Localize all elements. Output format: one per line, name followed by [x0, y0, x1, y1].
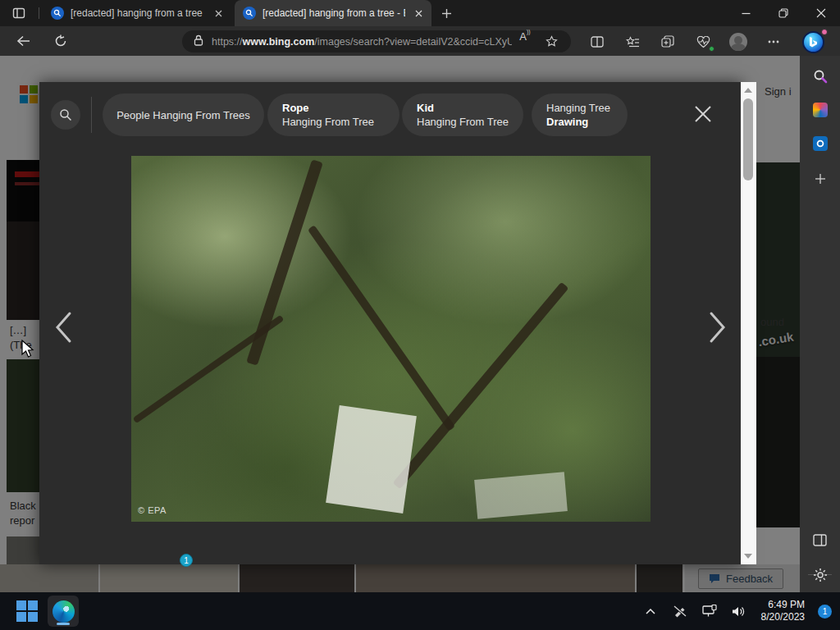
settings-more-icon[interactable] [760, 30, 787, 53]
windows-logo-icon [16, 600, 38, 622]
back-icon[interactable] [10, 30, 36, 52]
pen-disabled-icon[interactable] [669, 600, 691, 622]
speaker-icon[interactable] [728, 600, 750, 622]
related-search-pill-4[interactable]: Hanging Tree Drawing [532, 94, 628, 136]
tab-title: [redacted] hanging from a tree - Bi [262, 7, 405, 19]
previous-image-chevron[interactable] [53, 311, 73, 347]
bing-search-favicon [51, 7, 64, 20]
sidebar-m365-icon[interactable] [810, 99, 830, 120]
tray-chevron-up-icon[interactable] [640, 600, 661, 622]
collections-icon[interactable] [655, 30, 681, 53]
clock-date: 8/20/2023 [761, 611, 805, 623]
divider [91, 97, 92, 133]
clock-time: 6:49 PM [761, 599, 805, 611]
photo-credit: © EPA [138, 505, 167, 515]
refresh-icon[interactable] [48, 30, 74, 52]
mouse-cursor [21, 340, 34, 363]
sidebar-search-icon[interactable] [810, 66, 830, 86]
toolbar-actions [584, 30, 827, 54]
result-count-badge: 1 [180, 554, 193, 567]
edge-logo-icon [52, 600, 75, 623]
scrollbar-thumb[interactable] [743, 98, 753, 180]
scroll-down-icon[interactable] [744, 554, 752, 559]
windows-taskbar: 6:49 PM 8/20/2023 1 [0, 592, 840, 630]
related-search-pill-2[interactable]: Rope Hanging From Tree [267, 94, 399, 136]
profile-notification-dot [821, 29, 828, 35]
minimize-button[interactable] [727, 0, 765, 26]
edge-sidebar [800, 56, 840, 592]
tab-divider [39, 7, 39, 19]
next-image-chevron[interactable] [708, 311, 728, 347]
tab-close-icon[interactable] [212, 7, 225, 20]
tab-close-icon[interactable] [412, 7, 425, 20]
start-button[interactable] [11, 596, 43, 627]
image-detail-overlay: People Hanging From Trees Rope Hanging F… [39, 82, 742, 564]
taskbar-clock[interactable]: 6:49 PM 8/20/2023 [761, 599, 805, 623]
close-window-button[interactable] [802, 0, 840, 26]
read-aloud-icon[interactable]: A)) [512, 30, 538, 53]
notification-count-badge[interactable]: 1 [818, 605, 832, 619]
related-search-pill-1[interactable]: People Hanging From Trees [103, 94, 264, 136]
lock-icon[interactable] [194, 34, 203, 49]
address-bar[interactable]: https://www.bing.com/images/search?view=… [182, 30, 571, 52]
tab-title: [redacted] hanging from a tree - Se [71, 7, 205, 19]
split-screen-icon[interactable] [584, 30, 610, 53]
system-tray: 6:49 PM 8/20/2023 1 [640, 599, 840, 623]
search-icon[interactable] [51, 100, 80, 130]
bing-search-favicon [243, 7, 256, 20]
related-search-pill-3[interactable]: Kid Hanging From Tree [402, 94, 523, 136]
vertical-tabs-icon[interactable] [8, 4, 30, 22]
restore-button[interactable] [765, 0, 802, 26]
page-scrollbar[interactable] [741, 82, 756, 564]
sidebar-panel-icon[interactable] [810, 530, 830, 550]
detail-photo-placeholder[interactable]: © EPA [131, 156, 651, 522]
browser-tab-2-active[interactable]: [redacted] hanging from a tree - Bi [235, 0, 431, 26]
browser-tab-1[interactable]: [redacted] hanging from a tree - Se [43, 0, 231, 26]
profile-avatar[interactable] [725, 30, 751, 53]
active-app-indicator [57, 623, 70, 625]
sidebar-settings-gear-icon[interactable] [810, 564, 830, 585]
new-tab-button[interactable] [436, 3, 456, 23]
browser-titlebar: [redacted] hanging from a tree - Se [red… [0, 0, 840, 26]
network-icon[interactable] [699, 600, 720, 622]
taskbar-edge-button[interactable] [48, 596, 79, 627]
favorite-star-icon[interactable] [538, 30, 564, 53]
desktop: [redacted] hanging from a tree - Se [red… [0, 0, 840, 630]
essentials-status-dot [709, 46, 714, 52]
favorites-list-icon[interactable] [619, 30, 646, 53]
bing-logo-icon [802, 31, 824, 53]
url-text: https://www.bing.com/images/search?view=… [212, 36, 512, 48]
sidebar-add-icon[interactable] [810, 168, 830, 189]
close-overlay-icon[interactable] [690, 101, 716, 127]
sidebar-outlook-icon[interactable] [810, 133, 830, 153]
browser-essentials-icon[interactable] [690, 30, 716, 53]
scroll-up-icon[interactable] [744, 88, 752, 93]
